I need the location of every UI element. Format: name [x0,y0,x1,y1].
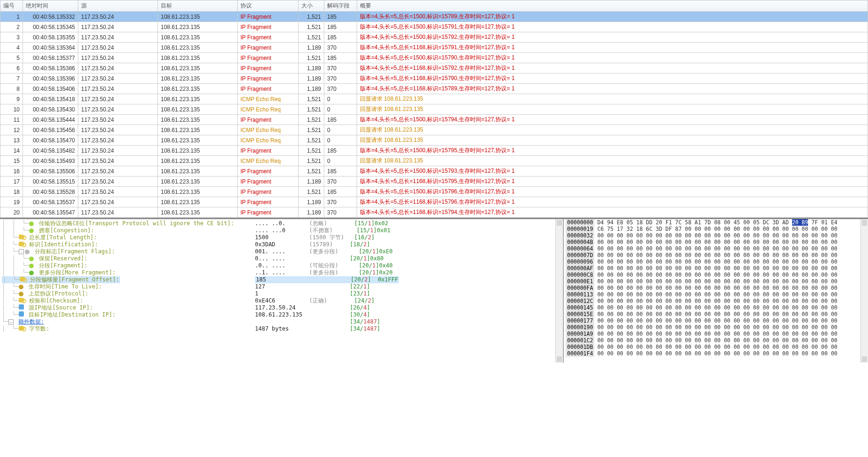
packet-row[interactable]: 1700:40:58.135515117.23.50.24108.61.223.… [0,177,868,187]
cell-size: 1,521 [299,32,324,43]
cell-time: 00:40:58.135418 [23,94,78,104]
col-header-dst[interactable]: 目标 [158,0,238,12]
packet-row[interactable]: 700:40:58.135396117.23.50.24108.61.223.1… [0,74,868,84]
tree-node[interactable]: └─- 额外数据: [34/1487] [2,318,563,325]
hex-line[interactable]: 0000015E00 00 00 00 00 00 00 00 00 00 00… [564,311,868,317]
packet-row[interactable]: 1100:40:58.135444117.23.50.24108.61.223.… [0,115,868,125]
packet-row[interactable]: 1200:40:58.135456117.23.50.24108.61.223.… [0,125,868,135]
tree-node[interactable]: │ └─ 目标IP地址[Destination IP]:108.61.223.1… [2,311,563,318]
hex-line[interactable]: 000001C200 00 00 00 00 00 00 00 00 00 00… [564,337,868,344]
hex-line[interactable]: 0000004B00 00 00 00 00 00 00 00 00 00 00… [564,239,868,245]
packet-row[interactable]: 400:40:58.135364117.23.50.24108.61.223.1… [0,43,868,53]
hex-line[interactable]: 000001F400 00 00 00 00 00 00 00 00 00 00… [564,350,868,357]
hex-line[interactable]: 000001DB00 00 00 00 00 00 00 00 00 00 00… [564,344,868,350]
cell-decode: 370 [324,43,357,53]
tree-connector: │ └─ [2,297,19,304]
packet-row[interactable]: 1000:40:58.135430117.23.50.24108.61.223.… [0,104,868,115]
hex-line[interactable]: 0000014500 00 00 00 00 00 00 00 00 00 00… [564,304,868,311]
tree-node[interactable]: │ └─ 生存时间[Time To Live]:127 [22/1] [2,283,563,290]
packet-row[interactable]: 900:40:58.135418117.23.50.24108.61.223.1… [0,94,868,104]
packet-row[interactable]: 2000:40:58.135547117.23.50.24108.61.223.… [0,207,868,218]
tree-node[interactable]: │ └─ 分段偏移量[Fragment Offset]:185 [20/2] 0… [2,276,563,283]
hex-scrollbar[interactable] [861,219,868,363]
tree-label: 标识[Identification]: [29,241,98,248]
packet-row[interactable]: 500:40:58.135377117.23.50.24108.61.223.1… [0,53,868,63]
tree-node[interactable]: │ │ └─ 保留[Reserved]:0... .... [20/1] 0x8… [2,255,563,262]
hex-line[interactable]: 00000019C6 75 17 32 18 6C 3D DF 87 00 00… [564,226,868,232]
cell-summary: 回显请求 108.61.223.135 [357,104,868,115]
packet-list-header[interactable]: 编号 绝对时间 源 目标 协议 大小 解码字段 概要 [0,0,868,12]
hex-line[interactable]: 000001A900 00 00 00 00 00 00 00 00 00 00… [564,331,868,337]
packet-row[interactable]: 1300:40:58.135470117.23.50.24108.61.223.… [0,135,868,146]
cell-dst: 108.61.223.135 [158,125,238,135]
tree-hint [309,290,350,297]
cell-dst: 108.61.223.135 [158,32,238,43]
hex-line[interactable]: 000000FA00 00 00 00 00 00 00 00 00 00 00… [564,285,868,291]
protocol-tree[interactable]: │ │ └─ 传输协议忽略CE位[Transport Protocol will… [0,219,563,363]
hex-line[interactable]: 000000AF00 00 00 00 00 00 00 00 00 00 00… [564,265,868,272]
tree-value: .... ..0. [255,220,309,227]
tree-node[interactable]: │ │ └─ 拥塞[Congestion]:.... ...0 (不拥塞) [1… [2,227,563,234]
tree-scrollbar[interactable] [555,219,563,363]
packet-row[interactable]: 800:40:58.135406117.23.50.24108.61.223.1… [0,84,868,94]
tree-node[interactable]: │ └─ 源IP地址[Source IP]:117.23.50.24 [26/4… [2,304,563,311]
packet-row[interactable]: 300:40:58.135355117.23.50.24108.61.223.1… [0,32,868,43]
col-header-src[interactable]: 源 [78,0,158,12]
hex-line[interactable]: 000000C800 00 00 00 00 00 00 00 00 00 00… [564,272,868,278]
col-header-proto[interactable]: 协议 [238,0,299,12]
expand-toggle-icon[interactable]: - [8,319,14,324]
col-header-no[interactable]: 编号 [0,0,23,12]
tree-node[interactable]: │ └─ 总长度[Total Length]:1500 (1500 字节) [1… [2,234,563,241]
cell-no: 5 [0,53,23,63]
cell-time: 00:40:58.135515 [23,177,78,187]
col-header-size[interactable]: 大小 [299,0,324,12]
tree-node[interactable]: │ │ └─ 更多分段[More Fragment]:..1. .... (更多… [2,269,563,276]
hex-line[interactable]: 00000000D4 94 E8 05 18 DD 20 F1 7C 58 A1… [564,219,868,226]
cell-no: 20 [0,207,23,218]
packet-row[interactable]: 600:40:58.135386117.23.50.24108.61.223.1… [0,63,868,74]
hex-line[interactable]: 0000003200 00 00 00 00 00 00 00 00 00 00… [564,232,868,239]
col-header-summary[interactable]: 概要 [357,0,868,12]
tree-hex: 0x20 [379,269,393,276]
hex-line[interactable]: 0000019000 00 00 00 00 00 00 00 00 00 00… [564,324,868,331]
tree-node[interactable]: │ └─ 上层协议[Protocol]:1 [23/1] [2,290,563,297]
hex-offset: 000001DB [566,344,594,350]
cell-decode: 370 [324,207,357,218]
hex-line[interactable]: 0000007D00 00 00 00 00 00 00 00 00 00 00… [564,252,868,258]
hex-line[interactable]: 0000011300 00 00 00 00 00 00 00 00 00 00… [564,291,868,298]
tree-label: 字节数: [29,325,49,332]
packet-list-table[interactable]: 编号 绝对时间 源 目标 协议 大小 解码字段 概要 100:40:58.135… [0,0,868,218]
tree-pos: [34/1487] [350,318,380,325]
hex-view[interactable]: 00000000D4 94 E8 05 18 DD 20 F1 7C 58 A1… [563,219,868,363]
tree-node[interactable]: │ │ └─ 传输协议忽略CE位[Transport Protocol will… [2,220,563,227]
bullet-icon [29,228,34,233]
cell-dst: 108.61.223.135 [158,146,238,156]
packet-row[interactable]: 1900:40:58.135537117.23.50.24108.61.223.… [0,197,868,207]
cell-src: 117.23.50.24 [78,43,158,53]
col-header-decode[interactable]: 解码字段 [324,0,357,12]
cell-src: 117.23.50.24 [78,84,158,94]
hex-line[interactable]: 0000009600 00 00 00 00 00 00 00 00 00 00… [564,258,868,265]
tree-node[interactable]: │ │ └─ 分段[Fragment]:.0.. .... (可能分段) [20… [2,262,563,269]
hex-line[interactable]: 0000012C00 00 00 00 00 00 00 00 00 00 00… [564,298,868,304]
cell-summary: 版本=4,头长=5,总长=1500,标识=15792,生存时间=127,协议= … [357,32,868,43]
hex-offset: 00000145 [566,304,594,311]
packet-row[interactable]: 1500:40:58.135493117.23.50.24108.61.223.… [0,156,868,166]
expand-toggle-icon[interactable]: - [19,249,24,254]
packet-row[interactable]: 1800:40:58.135528117.23.50.24108.61.223.… [0,187,868,197]
packet-row[interactable]: 1400:40:58.135482117.23.50.24108.61.223.… [0,146,868,156]
packet-row[interactable]: 1600:40:58.135506117.23.50.24108.61.223.… [0,166,868,177]
hex-line[interactable]: 0000017700 00 00 00 00 00 00 00 00 00 00… [564,317,868,324]
tree-node[interactable]: │ └─- 分段标志[Fragment Flags]:001. .... (更多… [2,248,563,255]
cell-size: 1,189 [299,74,324,84]
col-header-time[interactable]: 绝对时间 [23,0,78,12]
tree-value: .... ...0 [255,227,309,234]
tree-node[interactable]: │ └─ 标识[Identification]:0x3DAD (15789) [… [2,241,563,248]
packet-row[interactable]: 200:40:58.135345117.23.50.24108.61.223.1… [0,22,868,32]
cell-size: 1,189 [299,197,324,207]
packet-row[interactable]: 100:40:58.135332117.23.50.24108.61.223.1… [0,12,868,22]
hex-line[interactable]: 000000E100 00 00 00 00 00 00 00 00 00 00… [564,278,868,285]
tree-node[interactable]: │ └─ 校验和[Checksum]:0xE4C6 (正确) [24/2] [2,297,563,304]
tree-node[interactable]: │ └─ 字节数:1487 bytes [34/1487] [2,325,563,332]
hex-line[interactable]: 0000006400 00 00 00 00 00 00 00 00 00 00… [564,245,868,252]
